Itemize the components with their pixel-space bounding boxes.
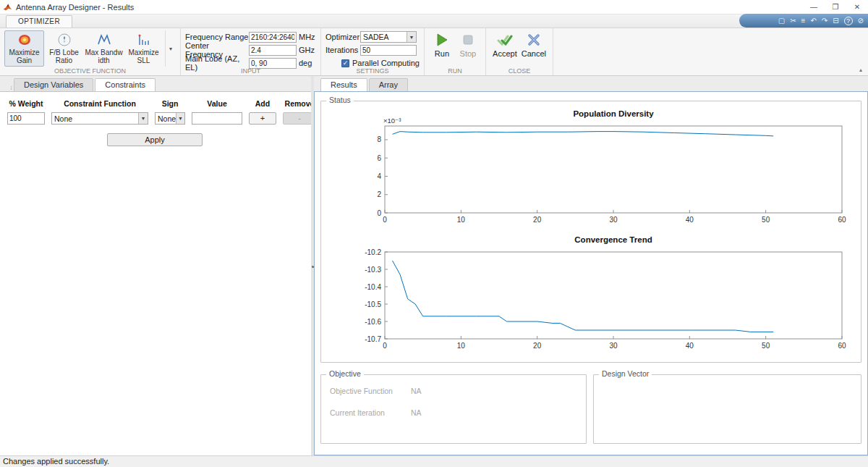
- chevron-down-icon: ▼: [176, 113, 184, 124]
- objective-groupbox-label: Objective: [326, 369, 364, 378]
- population-diversity-chart: Population Diversity010203040506002468×1…: [350, 107, 849, 227]
- constraints-panel: % Weight Constraint Function Sign Value …: [0, 91, 311, 455]
- panel-handle-icon[interactable]: ⁞: [9, 79, 14, 91]
- svg-text:8: 8: [377, 135, 381, 143]
- section-label: CLOSE: [486, 67, 553, 75]
- main-lobe-unit: deg: [299, 59, 316, 67]
- design-vector-groupbox-label: Design Vector: [599, 369, 652, 378]
- svg-text:-10.5: -10.5: [365, 300, 381, 308]
- value-input[interactable]: [192, 112, 242, 125]
- svg-text:50: 50: [762, 216, 770, 224]
- cancel-label: Cancel: [522, 49, 546, 58]
- convergence-trend-chart: Convergence Trend0102030405060-10.7-10.6…: [350, 233, 849, 353]
- maximize-sll-button[interactable]: Maximize SLL: [124, 30, 163, 67]
- objective-function-label: Objective Function: [330, 387, 399, 395]
- stop-button: Stop: [455, 30, 481, 67]
- apply-button[interactable]: Apply: [107, 133, 203, 146]
- stop-icon: [461, 33, 475, 46]
- svg-text:×10⁻³: ×10⁻³: [383, 117, 401, 125]
- optimizer-label: Optimizer: [326, 33, 360, 41]
- maximize-icon[interactable]: ❐: [825, 0, 846, 14]
- svg-text:60: 60: [838, 216, 846, 224]
- max-bandwidth-button[interactable]: Max Bandw idth: [84, 30, 124, 67]
- layout-icon[interactable]: ⊟: [833, 17, 838, 25]
- tab-array[interactable]: Array: [369, 78, 408, 91]
- button-label: Gain: [17, 56, 32, 64]
- svg-text:-10.4: -10.4: [365, 283, 381, 291]
- chevron-down-icon: ▼: [138, 113, 148, 124]
- constraints-table: % Weight Constraint Function Sign Value …: [0, 92, 311, 125]
- maximize-gain-button[interactable]: Maximize Gain: [4, 30, 44, 67]
- svg-text:Convergence Trend: Convergence Trend: [574, 235, 652, 244]
- parallel-computing-checkbox[interactable]: ✓: [341, 59, 349, 67]
- optimizer-dropdown[interactable]: SADEA ▼: [360, 31, 417, 43]
- run-icon: [435, 33, 449, 47]
- tab-design-variables[interactable]: Design Variables: [14, 78, 93, 91]
- button-label: Maximize: [9, 49, 39, 56]
- svg-text:40: 40: [686, 342, 694, 350]
- section-run: Run Stop RUN: [425, 28, 486, 75]
- button-label: Maximize: [128, 49, 158, 56]
- minimize-icon[interactable]: —: [803, 0, 825, 14]
- window-title: Antenna Array Designer - Results: [16, 3, 134, 12]
- chevron-down-icon: ▼: [407, 32, 416, 42]
- svg-text:20: 20: [533, 216, 542, 224]
- center-frequency-unit: GHz: [299, 46, 316, 54]
- weight-input[interactable]: [7, 112, 45, 125]
- fb-lobe-ratio-button[interactable]: F/B Lobe Ratio: [44, 30, 84, 67]
- section-label: RUN: [425, 67, 485, 75]
- ribbon-filler: [553, 28, 868, 75]
- cancel-icon: [527, 33, 541, 47]
- redo-icon[interactable]: ↷: [822, 17, 827, 25]
- svg-text:2: 2: [377, 190, 381, 198]
- maximize-sll-icon: [137, 33, 151, 47]
- right-panel: Results Array Status Population Diversit…: [314, 76, 868, 455]
- status-groupbox-label: Status: [326, 96, 354, 104]
- frequency-range-input[interactable]: [249, 32, 297, 43]
- sign-dropdown[interactable]: None ▼: [155, 112, 185, 125]
- svg-text:0: 0: [377, 209, 381, 217]
- svg-text:50: 50: [762, 342, 770, 350]
- svg-text:4: 4: [377, 172, 381, 180]
- header-constraint-function: Constraint Function: [51, 92, 148, 112]
- svg-text:60: 60: [838, 342, 846, 350]
- status-bar: Changes applied successfully.: [0, 455, 868, 467]
- accept-label: Accept: [493, 49, 517, 58]
- center-frequency-input[interactable]: [249, 45, 297, 56]
- objective-groupbox: Objective Objective Function NA Current …: [320, 374, 587, 444]
- button-label: idth: [98, 56, 109, 64]
- help-icon[interactable]: ?: [844, 17, 853, 25]
- cut-icon[interactable]: ✂: [790, 17, 796, 25]
- iterations-input[interactable]: [360, 45, 417, 56]
- constraint-function-dropdown[interactable]: None ▼: [51, 112, 148, 125]
- header-weight: % Weight: [7, 92, 45, 112]
- objective-gallery-arrow[interactable]: ▾: [165, 30, 176, 67]
- resources-icon[interactable]: ⊘: [858, 17, 864, 25]
- current-iteration-label: Current Iteration: [330, 408, 399, 417]
- optimizer-value: SADEA: [361, 33, 407, 41]
- button-label: Ratio: [56, 56, 72, 64]
- tab-results[interactable]: Results: [320, 78, 367, 91]
- undo-icon[interactable]: ↶: [810, 17, 816, 25]
- collapse-ribbon-icon[interactable]: ▴: [859, 67, 862, 73]
- accept-button[interactable]: Accept: [490, 30, 519, 67]
- svg-text:-10.2: -10.2: [365, 248, 381, 256]
- copy-icon[interactable]: ≡: [801, 17, 806, 25]
- add-constraint-button[interactable]: +: [249, 112, 276, 125]
- status-groupbox: Status Population Diversity0102030405060…: [320, 101, 861, 363]
- design-vector-groupbox: Design Vector: [593, 374, 861, 444]
- button-label: SLL: [137, 56, 150, 64]
- max-bandwidth-icon: [97, 33, 111, 47]
- tab-optimizer[interactable]: OPTIMIZER: [6, 15, 72, 28]
- right-panel-tabs: Results Array: [314, 76, 868, 91]
- cancel-button[interactable]: Cancel: [519, 30, 548, 67]
- main-area: ⁞ Design Variables Constraints % Weight …: [0, 76, 868, 455]
- objective-function-value: NA: [411, 387, 422, 395]
- dock-icon[interactable]: ▢: [778, 17, 785, 25]
- tab-constraints[interactable]: Constraints: [95, 78, 156, 91]
- close-icon[interactable]: ✕: [846, 0, 868, 14]
- section-label: INPUT: [181, 67, 320, 75]
- run-button[interactable]: Run: [429, 30, 455, 67]
- app-icon: [3, 2, 12, 12]
- frequency-range-label: Frequency Range: [185, 33, 249, 41]
